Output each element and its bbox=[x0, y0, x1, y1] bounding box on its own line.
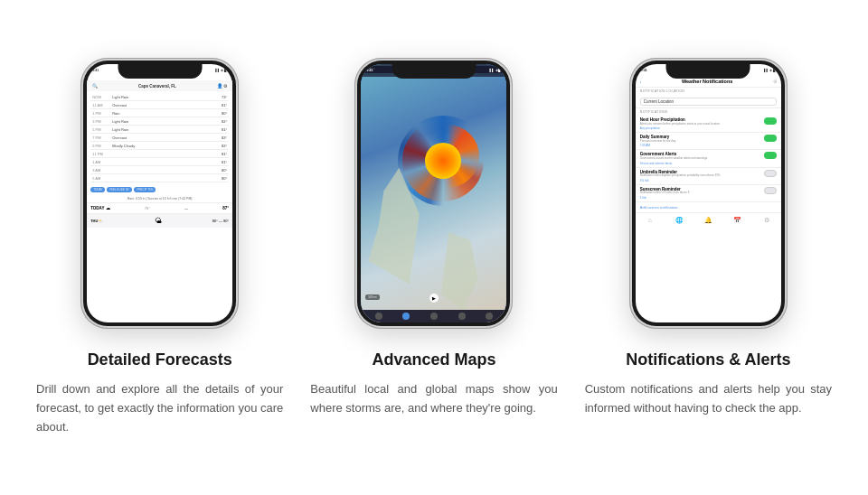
feature-desc-maps: Beautiful local and global maps show you… bbox=[310, 380, 557, 418]
feature-detailed-forecasts: 9:41 ▌▌ ◈ ▊ 🔍 Cape Canaveral, FL 👤 ⚙ NOW… bbox=[36, 58, 283, 436]
toggle-daily[interactable] bbox=[764, 135, 777, 142]
phone-mockup-weather: 9:41 ▌▌ ◈ ▊ 🔍 Cape Canaveral, FL 👤 ⚙ NOW… bbox=[80, 58, 239, 329]
notif-desc-umbrella: Notification when daytime precipitation … bbox=[640, 174, 761, 178]
feature-desc-notifications: Custom notifications and alerts help you… bbox=[585, 380, 832, 418]
notif-nav-bell[interactable]: 🔔 bbox=[703, 215, 713, 226]
map-status-time: 9:41 bbox=[366, 69, 373, 72]
weather-row: 5 PMLight Rain81° bbox=[90, 126, 229, 134]
feature-advanced-maps: PRECIP TODAY 1 PM ⚙ 9:41 ▌▌ ◈ ▊ 500 mi bbox=[310, 58, 557, 418]
thu-row: THU ⛅ 🌤 80° — 90° bbox=[87, 213, 232, 228]
notif-item-government: Government Alerts Government-issued seve… bbox=[636, 150, 781, 167]
notif-add-custom[interactable]: Add custom notification... bbox=[636, 202, 781, 212]
notif-nav-settings[interactable]: ⚙ bbox=[761, 215, 772, 226]
phone-mockup-notifications: 9:41 ▌▌ ◈ ▊ ‹ Weather Notifications ⚙ NO… bbox=[629, 58, 788, 329]
status-icons: ▌▌ ◈ ▊ bbox=[215, 69, 227, 72]
map-nav-today[interactable] bbox=[486, 313, 493, 320]
map-scale: 500 mi bbox=[365, 294, 379, 300]
features-container: 9:41 ▌▌ ◈ ▊ 🔍 Cape Canaveral, FL 👤 ⚙ NOW… bbox=[36, 58, 832, 436]
pill-precip[interactable]: PRECIP 75% bbox=[134, 187, 156, 192]
phone-notch bbox=[118, 61, 202, 79]
toggle-sunscreen[interactable] bbox=[764, 187, 777, 194]
pill-today[interactable]: TODAY bbox=[90, 187, 105, 192]
notif-page-title: Weather Notifications bbox=[682, 79, 732, 84]
swirl-core bbox=[425, 143, 461, 179]
weather-rows: NOWLight Rain73° 11 AMOvercast81° 1 PMRa… bbox=[87, 91, 232, 184]
notif-item-sunscreen: Sunscreen Reminder Notification when UV … bbox=[636, 185, 781, 202]
toggle-umbrella[interactable] bbox=[764, 170, 777, 177]
toggle-precipitation[interactable] bbox=[764, 117, 777, 125]
notif-link-government[interactable]: Severe and extreme alerts bbox=[640, 162, 761, 165]
weather-row: 3 PMLight Rain82° bbox=[90, 117, 229, 126]
weather-row: 1 PMRain80° bbox=[90, 109, 229, 117]
search-icon: 🔍 bbox=[92, 83, 98, 89]
feature-notifications: 9:41 ▌▌ ◈ ▊ ‹ Weather Notifications ⚙ NO… bbox=[585, 58, 832, 418]
hurricane-swirl bbox=[398, 116, 488, 206]
notif-desc-sunscreen: Notification when UV index rises above 8 bbox=[640, 191, 761, 195]
weather-rain-info: Rain: 0.50 in | Sunrise in 10 h 6 min (7… bbox=[87, 195, 232, 202]
phone-notch-notif bbox=[666, 61, 750, 79]
notif-desc-daily: Forecast overview for the day. bbox=[640, 140, 761, 144]
feature-title-maps: Advanced Maps bbox=[372, 350, 495, 369]
notif-link-umbrella[interactable]: 5% link bbox=[640, 179, 761, 182]
feature-title-notifications: Notifications & Alerts bbox=[626, 350, 790, 369]
notif-section-notifications: NOTIFICATIONS bbox=[636, 108, 781, 116]
weather-pills: TODAY FEELS LIKE 81° PRECIP 75% bbox=[87, 184, 232, 195]
notif-nav-home[interactable]: ⌂ bbox=[645, 215, 656, 226]
phone-mockup-map: PRECIP TODAY 1 PM ⚙ 9:41 ▌▌ ◈ ▊ 500 mi bbox=[354, 58, 513, 329]
phone-screen-notifications: 9:41 ▌▌ ◈ ▊ ‹ Weather Notifications ⚙ NO… bbox=[636, 64, 781, 322]
notif-location-row: Current Location bbox=[636, 95, 781, 108]
notif-link-daily[interactable]: 7:00 AM bbox=[640, 144, 761, 147]
notif-link-precipitation[interactable]: Any precipitation bbox=[640, 126, 761, 130]
weather-row: 7 PMOvercast82° bbox=[90, 134, 229, 142]
notif-status-icons: ▌▌ ◈ ▊ bbox=[764, 69, 776, 72]
weather-icons: 👤 ⚙ bbox=[217, 83, 227, 89]
map-nav-map[interactable] bbox=[402, 313, 410, 320]
weather-header: 🔍 Cape Canaveral, FL 👤 ⚙ bbox=[87, 80, 232, 91]
weather-row: NOWLight Rain73° bbox=[90, 93, 229, 101]
toggle-government[interactable] bbox=[764, 152, 777, 159]
weather-row: 1 AM81° bbox=[90, 158, 229, 166]
weather-location-label: Cape Canaveral, FL bbox=[138, 84, 176, 89]
pill-feels-like[interactable]: FEELS LIKE 81° bbox=[107, 187, 132, 192]
notif-link-sunscreen[interactable]: 6 link bbox=[640, 196, 761, 200]
map-bottom-nav bbox=[361, 310, 506, 322]
map-nav-notif[interactable] bbox=[430, 313, 438, 320]
notif-settings-icon[interactable]: ⚙ bbox=[773, 79, 777, 84]
notif-nav-globe[interactable]: 🌐 bbox=[674, 215, 684, 226]
notif-status-time: 9:41 bbox=[641, 69, 647, 72]
today-row: TODAY ☁ 76° — 87° bbox=[87, 202, 232, 213]
status-time: 9:41 bbox=[92, 69, 99, 72]
notif-section-location: NOTIFICATION LOCATION bbox=[636, 88, 781, 95]
weather-row: 11 AMOvercast81° bbox=[90, 101, 229, 109]
notif-back-icon[interactable]: ‹ bbox=[640, 79, 642, 84]
notif-desc-government: Government-issued severe weather alerts … bbox=[640, 157, 761, 161]
weather-row: 3 AM80° bbox=[90, 166, 229, 174]
notif-desc-precipitation: Alerts you minutes before precipitation … bbox=[640, 123, 761, 126]
notif-item-precipitation: Next Hour Precipitation Alerts you minut… bbox=[636, 116, 781, 133]
feature-title-forecasts: Detailed Forecasts bbox=[88, 350, 232, 369]
phone-screen-map: PRECIP TODAY 1 PM ⚙ 9:41 ▌▌ ◈ ▊ 500 mi bbox=[361, 64, 506, 322]
map-nav-settings[interactable] bbox=[458, 313, 466, 320]
weather-row: 9 PMMostly Cloudy82° bbox=[90, 142, 229, 150]
notif-item-daily: Daily Summary Forecast overview for the … bbox=[636, 133, 781, 150]
phone-screen-weather: 9:41 ▌▌ ◈ ▊ 🔍 Cape Canaveral, FL 👤 ⚙ NOW… bbox=[87, 64, 232, 322]
notif-item-umbrella: Umbrella Reminder Notification when dayt… bbox=[636, 168, 781, 185]
notif-nav-calendar[interactable]: 📅 bbox=[731, 215, 742, 226]
notif-location-value[interactable]: Current Location bbox=[640, 98, 777, 106]
notif-bottom-nav: ⌂ 🌐 🔔 📅 ⚙ bbox=[636, 212, 781, 228]
weather-row: 11 PM81° bbox=[90, 150, 229, 158]
feature-desc-forecasts: Drill down and explore all the details o… bbox=[36, 380, 283, 436]
weather-row: 5 AM80° bbox=[90, 174, 229, 182]
map-nav-home[interactable] bbox=[375, 313, 382, 320]
map-play-button[interactable]: ▶ bbox=[429, 294, 439, 303]
map-status-icons: ▌▌ ◈ ▊ bbox=[490, 69, 502, 72]
phone-notch-map bbox=[392, 61, 476, 79]
